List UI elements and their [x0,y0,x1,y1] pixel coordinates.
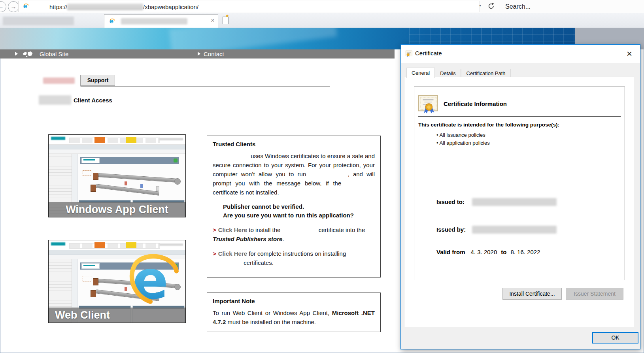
mini-app-toolbar [49,135,185,145]
page-tab-support[interactable]: Support [81,75,115,86]
mini-app-user-info [159,244,183,246]
separator [418,193,621,193]
dialog-tab-general[interactable]: General [406,68,435,78]
page-title: Client Access [74,97,112,104]
ie-logo-overlay: e [122,249,185,309]
mini-app-toolbar-buttons [69,138,160,143]
back-arrow-icon: ← [0,3,4,10]
issued-by-label: Issued by: [436,226,466,233]
chevron-icon: > [213,227,216,233]
ok-button[interactable]: OK [592,332,638,344]
page-tab-active[interactable] [39,75,81,87]
redacted-tab-title [121,18,187,25]
contact-link[interactable]: Contact [204,51,224,57]
dialog-title: Certificate [415,50,442,57]
mini-app-conveyor-bar [96,184,159,195]
redacted-toolbar-item [3,17,74,25]
mini-app-legend [83,170,91,176]
address-field[interactable]: e https:///xbapwebapplication/ [18,1,480,12]
mini-app-status-icon [174,159,178,162]
valid-to-date: 8. 16. 2022 [510,249,540,255]
nav-arrow-icon [15,52,18,56]
separator [418,116,621,117]
chevron-icon: > [213,250,216,257]
mini-app-canvas-header [80,157,179,164]
certificate-information-title: Certificate Information [444,100,507,107]
web-client-figure[interactable]: e Web Client [48,240,186,323]
redacted-host [67,4,143,10]
dialog-title-bar[interactable]: Certificate × [401,45,640,63]
nav-arrow-icon [198,52,200,56]
issuer-statement-button: Issuer Statement [566,288,623,300]
forward-arrow-icon: → [11,3,17,10]
mini-app-node [174,178,181,185]
purpose-item: • All application policies [436,140,490,146]
instructions-link-paragraph: >Click Here for complete instructions on… [213,249,375,267]
site-navigation-bar: Global Site Contact [0,49,395,59]
mini-app-canvas-logo [81,263,100,269]
instructions-link[interactable]: Click Here [218,250,247,257]
mini-app-user-info [159,138,183,140]
forward-button[interactable]: → [8,1,19,12]
ie-favicon: e [23,3,29,9]
url-text: https:///xbapwebapplication/ [49,4,198,10]
important-note-paragraph: To run Web Client or Windows App Client,… [213,308,375,327]
mini-app-tag [156,186,159,191]
certificate-icon [406,51,412,57]
trusted-clients-title: Trusted Clients [213,141,375,147]
mini-app-yellow-button [126,137,136,143]
mini-app-breadcrumb [49,149,185,154]
mini-app-yellow-button [126,242,136,248]
valid-to-word: to [501,249,506,255]
redacted-product-name [39,95,71,105]
purpose-heading: This certificate is intended for the fol… [418,122,559,128]
mini-app-end-plate [93,278,98,285]
valid-from-date: 4. 3. 2020 [471,249,497,255]
bullet-icon: • [436,132,438,138]
redacted-issued-by-value [472,226,557,234]
windows-app-client-caption: Windows App Client [49,202,185,217]
certificate-large-icon [418,95,438,114]
certificate-dialog: Certificate × General Details Certificat… [400,44,640,349]
mini-app-conveyor-bar [98,173,178,183]
dialog-close-icon[interactable]: × [623,47,636,60]
mini-app-titlebar [49,145,185,149]
valid-from-label: Valid from [436,249,465,255]
global-site-link[interactable]: Global Site [40,51,68,57]
mini-app-end-plate [91,290,96,297]
mini-app-orange-button [94,137,105,143]
windows-app-client-figure[interactable]: Windows App Client [48,134,186,217]
mini-app-toolbar-buttons [69,243,160,249]
mini-app-orange-button [94,242,105,248]
new-tab-button[interactable]: * [220,15,232,26]
browser-window: ← → e https:///xbapwebapplication/ ▾ e [0,0,644,353]
mini-app-end-plate [93,173,98,180]
certificate-info-group: Certificate Information This certificate… [414,87,625,280]
mini-app-end-plate [91,185,96,192]
mini-app-canvas-logo [81,158,100,163]
redacted-tab-label [43,77,75,84]
address-dropdown-caret-icon[interactable]: ▾ [479,3,481,8]
tab-row: e × * [0,13,644,28]
new-tab-star-icon: * [226,13,229,20]
mini-app-legend [83,276,91,281]
issued-to-label: Issued to: [436,198,465,205]
validity-row: Valid from4. 3. 2020to8. 16. 2022 [436,249,540,255]
back-button[interactable]: ← [0,1,6,12]
refresh-icon[interactable] [487,2,495,10]
tab-close-icon[interactable]: × [210,17,216,24]
bullet-icon: • [436,140,438,146]
search-input[interactable] [504,2,636,12]
tab-underline [39,86,330,87]
mini-app-brand-logo [51,242,65,245]
install-certificate-button[interactable]: Install Certificate... [502,288,562,300]
browser-tab[interactable]: e × [104,14,218,28]
ie-tab-favicon: e [109,18,115,25]
address-bar-row: ← → e https:///xbapwebapplication/ ▾ [0,0,644,13]
install-certificate-link[interactable]: Click Here [218,227,247,233]
purpose-item: • All issuance policies [436,132,485,138]
search-divider [499,2,499,11]
globe-icon [22,51,34,57]
important-note-title: Important Note [213,298,375,304]
important-note-box: Important Note To run Web Client or Wind… [207,293,381,332]
